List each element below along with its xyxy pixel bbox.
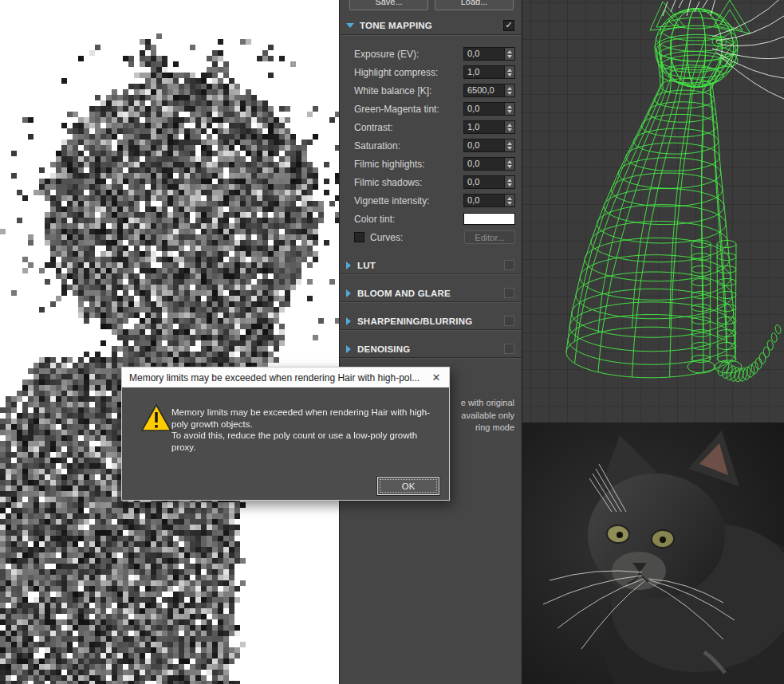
highlight-compress-spinner[interactable]: 1,0 <box>463 65 515 79</box>
wireframe-viewport[interactable] <box>522 0 784 423</box>
spinner-up-icon[interactable] <box>507 69 512 72</box>
exposure-label: Exposure (EV): <box>354 49 463 60</box>
rollout-title-tone-mapping: TONE MAPPING <box>360 21 503 30</box>
chevron-right-icon <box>346 289 351 297</box>
filmic-highlights-value[interactable]: 0,0 <box>463 157 505 171</box>
vignette-label: Vignette intensity: <box>354 195 463 206</box>
spinner-down-icon[interactable] <box>507 183 512 187</box>
spinner-down-icon[interactable] <box>507 73 512 77</box>
rollout-title-bloom-glare: BLOOM AND GLARE <box>357 289 504 298</box>
memory-warning-dialog: Memory limits may be exceeded when rende… <box>121 367 450 501</box>
filmic-highlights-label: Filmic highlights: <box>354 159 463 170</box>
contrast-spinner[interactable]: 1,0 <box>463 120 515 134</box>
filmic-shadows-spinner-arrows[interactable] <box>505 175 515 189</box>
contrast-value[interactable]: 1,0 <box>463 120 505 134</box>
spinner-up-icon[interactable] <box>507 105 512 108</box>
check-icon: ✓ <box>505 21 512 29</box>
save-button[interactable]: Save... <box>349 0 428 10</box>
fragment-line: e with original <box>461 397 514 410</box>
load-button[interactable]: Load... <box>435 0 514 10</box>
green-magenta-value[interactable]: 0,0 <box>463 102 505 116</box>
fragment-line: ring mode <box>461 422 514 434</box>
white-balance-spinner[interactable]: 6500,0 <box>463 84 515 97</box>
white-balance-label: White balance [K]: <box>354 85 463 96</box>
rollout-header-sharpening[interactable]: SHARPENING/BLURRING <box>340 313 522 330</box>
spinner-down-icon[interactable] <box>507 110 512 113</box>
sharpening-enabled-checkbox[interactable] <box>504 316 514 326</box>
spinner-down-icon[interactable] <box>507 147 512 150</box>
saturation-spinner-arrows[interactable] <box>505 139 515 152</box>
param-row-filmic-highlights: Filmic highlights: 0,0 <box>340 155 522 173</box>
spinner-down-icon[interactable] <box>507 55 512 58</box>
rollout-header-denoising[interactable]: DENOISING <box>340 340 522 358</box>
exposure-spinner-arrows[interactable] <box>505 47 515 61</box>
param-row-color-tint: Color tint: <box>340 210 522 228</box>
tone-mapping-params: Exposure (EV): 0,0 Highlight compress: 1… <box>340 35 522 246</box>
filmic-shadows-spinner[interactable]: 0,0 <box>463 175 515 189</box>
param-row-highlight-compress: Highlight compress: 1,0 <box>340 63 522 81</box>
chevron-right-icon <box>346 261 351 269</box>
spinner-down-icon[interactable] <box>507 165 512 168</box>
highlight-compress-value[interactable]: 1,0 <box>463 65 505 79</box>
spinner-up-icon[interactable] <box>507 50 512 53</box>
dialog-titlebar[interactable]: Memory limits may be exceeded when rende… <box>122 368 449 387</box>
spinner-down-icon[interactable] <box>507 202 512 205</box>
filmic-shadows-value[interactable]: 0,0 <box>463 175 505 189</box>
param-row-saturation: Saturation: 0,0 <box>340 136 522 155</box>
rollout-header-lut[interactable]: LUT <box>340 257 522 274</box>
param-row-vignette: Vignette intensity: 0,0 <box>340 191 522 210</box>
contrast-spinner-arrows[interactable] <box>505 120 515 134</box>
rollout-title-lut: LUT <box>357 261 504 270</box>
vignette-value[interactable]: 0,0 <box>463 194 505 207</box>
param-row-curves: Curves: Editor... <box>340 228 522 246</box>
bloom-glare-enabled-checkbox[interactable] <box>504 288 514 298</box>
denoising-enabled-checkbox[interactable] <box>504 344 514 354</box>
rollout-header-tone-mapping[interactable]: TONE MAPPING ✓ <box>340 16 522 35</box>
vignette-spinner-arrows[interactable] <box>505 194 515 207</box>
rollout-header-bloom-glare[interactable]: BLOOM AND GLARE <box>340 285 522 302</box>
exposure-value[interactable]: 0,0 <box>463 47 505 61</box>
max-render-window: Save... Load... TONE MAPPING ✓ Exposure … <box>0 0 784 684</box>
white-balance-value[interactable]: 6500,0 <box>463 84 505 97</box>
saturation-spinner[interactable]: 0,0 <box>463 139 515 152</box>
param-row-exposure: Exposure (EV): 0,0 <box>340 45 522 63</box>
spinner-up-icon[interactable] <box>507 87 512 90</box>
tone-mapping-enabled-checkbox[interactable]: ✓ <box>503 20 514 31</box>
filmic-highlights-spinner[interactable]: 0,0 <box>463 157 515 171</box>
shaded-viewport[interactable] <box>522 423 784 684</box>
chevron-down-icon <box>346 23 354 28</box>
spinner-up-icon[interactable] <box>507 142 512 145</box>
param-row-white-balance: White balance [K]: 6500,0 <box>340 81 522 100</box>
curves-editor-button[interactable]: Editor... <box>464 230 515 244</box>
rendered-image-canvas <box>0 0 339 684</box>
color-tint-swatch[interactable] <box>463 213 515 225</box>
spinner-up-icon[interactable] <box>507 197 512 200</box>
close-icon[interactable]: ✕ <box>424 371 449 383</box>
saturation-value[interactable]: 0,0 <box>463 139 505 152</box>
green-magenta-spinner[interactable]: 0,0 <box>463 102 515 116</box>
spinner-up-icon[interactable] <box>507 179 512 182</box>
filmic-highlights-spinner-arrows[interactable] <box>505 157 515 171</box>
saturation-label: Saturation: <box>354 140 463 151</box>
dialog-message: Memory limits may be exceeded when rende… <box>171 407 438 453</box>
white-balance-spinner-arrows[interactable] <box>505 84 515 97</box>
spinner-down-icon[interactable] <box>507 92 512 95</box>
dialog-title: Memory limits may be exceeded when rende… <box>129 372 424 383</box>
contrast-label: Contrast: <box>354 122 463 133</box>
highlight-compress-spinner-arrows[interactable] <box>505 65 515 79</box>
spinner-up-icon[interactable] <box>507 160 512 163</box>
spinner-down-icon[interactable] <box>507 128 512 132</box>
chevron-right-icon <box>346 317 351 325</box>
green-magenta-spinner-arrows[interactable] <box>505 102 515 116</box>
curves-label: Curves: <box>370 232 464 243</box>
preset-button-row: Save... Load... <box>349 0 514 10</box>
param-row-green-magenta: Green-Magenta tint: 0,0 <box>340 100 522 118</box>
wireframe-cat-canvas <box>522 0 784 423</box>
chevron-right-icon <box>346 345 351 353</box>
curves-checkbox[interactable] <box>354 232 364 242</box>
ok-button[interactable]: OK <box>377 477 439 495</box>
vignette-spinner[interactable]: 0,0 <box>463 194 515 207</box>
exposure-spinner[interactable]: 0,0 <box>463 47 515 61</box>
lut-enabled-checkbox[interactable] <box>504 260 514 270</box>
spinner-up-icon[interactable] <box>507 124 512 127</box>
